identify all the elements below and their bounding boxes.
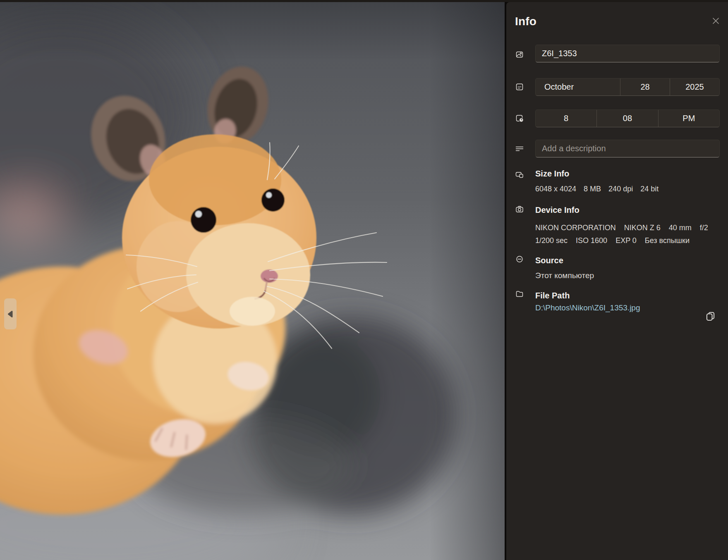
- date-month-segment[interactable]: October: [536, 79, 620, 95]
- close-button[interactable]: [708, 14, 723, 28]
- source-header: Source: [535, 255, 563, 266]
- info-panel: Info: [506, 2, 728, 560]
- link-icon: [515, 255, 524, 263]
- source-value: Этот компьютер: [535, 271, 594, 281]
- device-focal-length: 40 mm: [669, 224, 692, 232]
- chevron-left-icon: [7, 310, 13, 318]
- date-day-segment[interactable]: 28: [620, 79, 670, 95]
- panel-title: Info: [515, 14, 536, 29]
- description-input[interactable]: Add a description: [535, 140, 720, 157]
- image-icon: [515, 50, 524, 59]
- size-info-values: 6048 x 40248 MB240 dpi24 bit: [535, 184, 666, 194]
- size-info-icon: [515, 170, 524, 179]
- hamster-photo: [0, 2, 505, 560]
- device-info-line2: 1/200 secISO 1600EXP 0Без вспышки: [535, 236, 698, 245]
- camera-icon: [515, 205, 524, 213]
- close-icon: [712, 17, 720, 25]
- folder-icon: [515, 290, 524, 298]
- photos-app-window: Info: [0, 0, 728, 560]
- size-dpi: 240 dpi: [608, 185, 633, 193]
- calendar-icon: [515, 83, 524, 91]
- date-year-segment[interactable]: 2025: [670, 79, 719, 95]
- copy-path-button[interactable]: [702, 308, 718, 324]
- device-model: NIKON Z 6: [624, 224, 661, 232]
- file-path-header: File Path: [535, 290, 570, 301]
- filename-input[interactable]: Z6I_1353: [535, 45, 720, 62]
- time-hour-segment[interactable]: 8: [536, 110, 596, 127]
- device-maker: NIKON CORPORATION: [535, 224, 616, 232]
- device-exposure: EXP 0: [615, 236, 637, 245]
- time-minute-segment[interactable]: 08: [596, 110, 658, 127]
- time-modified-icon: [515, 114, 524, 122]
- device-flash: Без вспышки: [645, 236, 690, 245]
- device-shutter: 1/200 sec: [535, 236, 568, 245]
- size-filesize: 8 MB: [584, 185, 601, 193]
- device-info-line1: NIKON CORPORATIONNIKON Z 640 mmf/2: [535, 223, 716, 233]
- time-picker: 8 08 PM: [535, 110, 720, 127]
- size-dimensions: 6048 x 4024: [535, 185, 576, 193]
- file-path-link[interactable]: D:\Photos\Nikon\Z6I_1353.jpg: [535, 303, 640, 313]
- description-icon: [515, 145, 524, 153]
- copy-icon: [706, 311, 715, 321]
- device-iso: ISO 1600: [576, 236, 607, 245]
- size-info-header: Size Info: [535, 168, 569, 179]
- device-info-header: Device Info: [535, 205, 580, 215]
- device-aperture: f/2: [700, 224, 708, 232]
- photo-viewer: [0, 2, 505, 560]
- date-picker: October 28 2025: [535, 78, 720, 96]
- time-period-segment[interactable]: PM: [658, 110, 719, 127]
- previous-photo-button[interactable]: [4, 298, 17, 329]
- size-bitdepth: 24 bit: [640, 185, 659, 193]
